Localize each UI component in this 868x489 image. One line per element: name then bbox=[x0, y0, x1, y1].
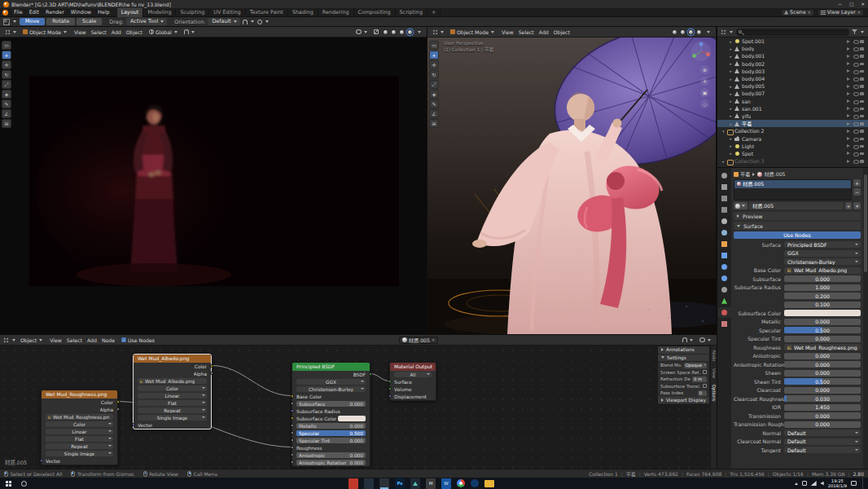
start-button[interactable] bbox=[0, 481, 16, 487]
expand-icon[interactable]: ▸ bbox=[728, 143, 734, 148]
rendered-view-canvas[interactable]: ▭+✛↻⤢◈✎∠⊞ bbox=[0, 37, 427, 334]
tool-button[interactable]: + bbox=[2, 51, 11, 59]
selectable-toggle-icon[interactable] bbox=[846, 91, 851, 96]
tool-button[interactable]: ◈ bbox=[429, 90, 439, 99]
node-socket[interactable] bbox=[388, 387, 392, 390]
node-socket[interactable] bbox=[291, 409, 294, 412]
node-row[interactable]: Color Color bbox=[42, 399, 117, 406]
tool-button[interactable]: ✎ bbox=[2, 99, 11, 108]
node-widget[interactable]: Linear bbox=[46, 429, 113, 434]
menu-item[interactable]: File bbox=[11, 9, 26, 15]
node-socket[interactable] bbox=[291, 446, 294, 449]
outliner-search-input[interactable] bbox=[736, 29, 849, 36]
outliner-row[interactable]: ▸ body.007 bbox=[717, 90, 868, 97]
maximize-button[interactable]: □ bbox=[849, 2, 853, 7]
node-row[interactable]: Subsurface Radius Subsurface Radius bbox=[292, 408, 370, 415]
taskbar-app-icon[interactable] bbox=[349, 478, 358, 489]
hide-toggle-icon[interactable] bbox=[853, 159, 858, 164]
property-widget[interactable]: Wet Mud_Albedo.png bbox=[784, 267, 861, 274]
node-socket[interactable] bbox=[132, 423, 135, 426]
properties-scrollbar[interactable] bbox=[863, 168, 868, 469]
overlays-toggle[interactable] bbox=[354, 28, 370, 36]
hide-toggle-icon[interactable] bbox=[853, 54, 858, 59]
menu-item[interactable]: Help bbox=[94, 9, 113, 15]
node-row[interactable]: Repeat Repeat bbox=[134, 407, 211, 414]
setting-checkbox[interactable] bbox=[703, 370, 707, 374]
object-name[interactable]: 平着 bbox=[742, 120, 752, 127]
node-socket[interactable] bbox=[291, 394, 294, 398]
node-row[interactable]: Subsurface Subsurface 0.000 bbox=[292, 400, 370, 408]
properties-tab[interactable] bbox=[718, 262, 731, 272]
use-nodes-button[interactable]: Use Nodes bbox=[734, 231, 861, 239]
transform-button[interactable]: Scale bbox=[77, 18, 102, 25]
property-widget[interactable]: 0.000 bbox=[784, 336, 861, 342]
workspace-tab[interactable]: UV Editing bbox=[209, 8, 245, 17]
hide-toggle-icon[interactable] bbox=[853, 46, 858, 51]
setting-widget[interactable]: 0 m bbox=[692, 377, 707, 382]
object-name[interactable]: body.001 bbox=[742, 53, 765, 59]
workspace-tab[interactable]: Texture Paint bbox=[246, 8, 288, 17]
viewport-display-panel-header[interactable]: Viewport Display bbox=[658, 397, 709, 405]
outliner-row[interactable]: ▸ body.001 bbox=[717, 52, 868, 59]
workspace-tab[interactable]: Shading bbox=[288, 8, 318, 17]
property-widget[interactable]: Default bbox=[784, 430, 861, 436]
viewport-canvas[interactable]: ▭+✛↻⤢◈✎∠⊞ User Perspective (1) Collectio… bbox=[427, 37, 716, 334]
menu-item[interactable]: Window bbox=[68, 9, 94, 15]
node-widget[interactable]: Specular Tint 0.000 bbox=[296, 438, 366, 443]
taskbar-clock[interactable]: 19:25 2019/1/9 bbox=[828, 478, 847, 488]
expand-icon[interactable]: ▸ bbox=[728, 106, 734, 111]
object-name[interactable]: san bbox=[742, 99, 751, 104]
expand-icon[interactable]: ▾ bbox=[721, 129, 726, 134]
property-widget[interactable]: Default bbox=[784, 447, 861, 453]
workspace-tab[interactable]: + bbox=[427, 8, 441, 17]
tool-button[interactable]: ↻ bbox=[2, 70, 11, 79]
node-header[interactable]: Material Output bbox=[390, 363, 436, 371]
material-datablock-chip[interactable]: 材质.005✕ bbox=[399, 337, 438, 344]
header-menu[interactable]: Add bbox=[85, 337, 99, 343]
render-visibility-toggle-icon[interactable] bbox=[860, 84, 865, 89]
properties-tab[interactable] bbox=[718, 216, 731, 227]
render-visibility-toggle-icon[interactable] bbox=[860, 121, 865, 126]
hide-toggle-icon[interactable] bbox=[853, 99, 858, 104]
sidebar-tab[interactable]: Node bbox=[712, 349, 717, 363]
shading-solid-icon[interactable] bbox=[680, 29, 686, 35]
snap-icon[interactable] bbox=[243, 20, 248, 24]
outliner-row[interactable]: ▸ body.004 bbox=[717, 75, 868, 82]
node-row[interactable]: Surface Surface bbox=[390, 378, 436, 385]
render-visibility-toggle-icon[interactable] bbox=[860, 61, 865, 66]
outliner-row[interactable]: ▸ 平着 bbox=[717, 120, 868, 127]
hide-toggle-icon[interactable] bbox=[853, 129, 858, 134]
selectable-toggle-icon[interactable] bbox=[846, 39, 851, 44]
node-header[interactable]: Wet Mud_Albedo.png bbox=[134, 355, 211, 363]
node-canvas[interactable]: Wet Mud_Albedo.png Color Color Alpha bbox=[0, 346, 717, 469]
property-widget[interactable] bbox=[784, 310, 861, 316]
material-slot-list[interactable]: 材质.005 bbox=[734, 179, 852, 200]
snap-toggle[interactable] bbox=[681, 336, 695, 344]
minimize-button[interactable]: — bbox=[838, 2, 843, 7]
node-row[interactable]: Color Color bbox=[134, 385, 211, 392]
properties-tab[interactable] bbox=[718, 273, 731, 284]
expand-icon[interactable]: ▸ bbox=[721, 159, 726, 164]
property-widget[interactable]: 0.000 bbox=[784, 421, 861, 428]
shading-solid-icon[interactable] bbox=[391, 29, 397, 35]
node-row[interactable]: Christensen-Burley Christensen-Burley bbox=[292, 385, 370, 393]
node-row[interactable]: Base Color Base Color bbox=[292, 393, 370, 400]
settings-panel-header[interactable]: Settings bbox=[658, 355, 709, 363]
tool-button[interactable]: ✛ bbox=[2, 60, 11, 69]
outliner-row[interactable]: ▸ body bbox=[717, 45, 868, 52]
workspace-tab[interactable]: Rendering bbox=[318, 8, 354, 17]
header-menu[interactable]: Select bbox=[64, 337, 85, 343]
object-name[interactable]: body.005 bbox=[742, 83, 765, 89]
breadcrumb-material[interactable]: 材质.005 bbox=[764, 170, 785, 178]
shading-popover[interactable] bbox=[704, 28, 712, 36]
header-menu[interactable]: Select bbox=[516, 29, 537, 35]
node-widget[interactable]: Flat bbox=[138, 400, 207, 406]
hide-toggle-icon[interactable] bbox=[853, 39, 858, 44]
header-menu[interactable]: Add bbox=[537, 29, 551, 35]
properties-tab[interactable] bbox=[718, 182, 731, 192]
workspace-tab[interactable]: Sculpting bbox=[176, 8, 209, 17]
camera-view-icon[interactable]: ▣ bbox=[700, 88, 709, 97]
expand-icon[interactable]: ▸ bbox=[728, 68, 734, 73]
property-widget[interactable]: 0.000 bbox=[784, 370, 861, 377]
expand-icon[interactable]: ▸ bbox=[728, 84, 734, 89]
